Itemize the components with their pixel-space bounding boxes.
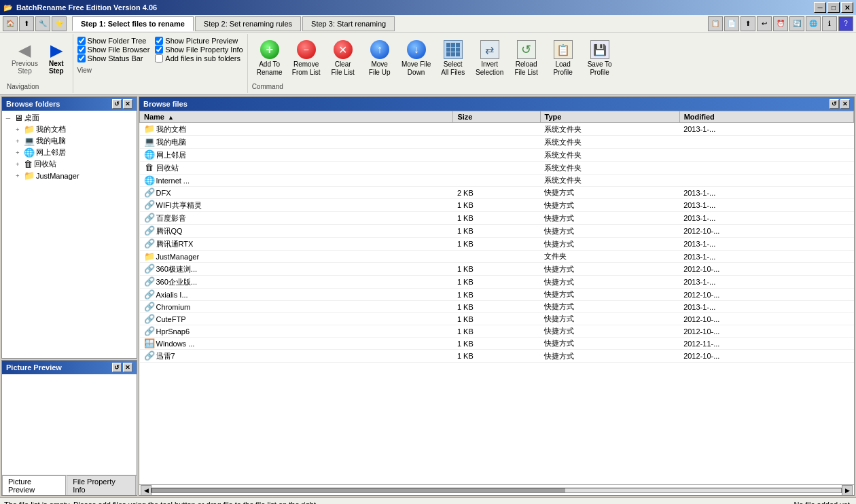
view-col-1: Show Folder Tree Show File Browser Show …	[77, 37, 150, 62]
toolbar-icon-3[interactable]: 🔧	[35, 16, 50, 31]
tree-item-mycomputer[interactable]: + 💻 我的电脑	[13, 135, 135, 147]
minimize-button[interactable]: ─	[814, 2, 826, 13]
browse-files-title: Browse files	[143, 100, 188, 108]
table-row[interactable]: 🌐网上邻居 系统文件夹	[140, 149, 854, 162]
browse-files-refresh[interactable]: ↺	[830, 99, 839, 109]
close-button[interactable]: ✕	[841, 2, 853, 13]
load-profile-button[interactable]: 📋 LoadProfile	[546, 37, 581, 79]
status-left: The file list is empty. Please add files…	[4, 501, 318, 505]
move-file-down-button[interactable]: ↓ Move FileDown	[399, 37, 434, 79]
show-picture-preview-checkbox[interactable]: Show Picture Preview	[155, 37, 238, 45]
table-row[interactable]: 🔗360极速浏... 1 KB 快捷方式 2012-10-...	[140, 263, 854, 276]
select-all-icon	[444, 40, 463, 59]
browse-files-close[interactable]: ✕	[840, 99, 850, 109]
invert-icon: ⇄	[480, 40, 499, 59]
scroll-right-btn[interactable]: ▶	[842, 485, 853, 496]
tree-item-justmanager[interactable]: + 📁 JustManager	[13, 170, 135, 181]
table-row[interactable]: 🔗Axialis I... 1 KB 快捷方式 2012-10-...	[140, 289, 854, 301]
table-row[interactable]: 🌐Internet ... 系统文件夹	[140, 175, 854, 187]
scroll-left-btn[interactable]: ◀	[141, 485, 151, 496]
right-icon-8[interactable]: ℹ	[822, 16, 837, 31]
save-to-profile-button[interactable]: 💾 Save ToProfile	[582, 37, 618, 79]
right-icon-5[interactable]: ⏰	[773, 16, 788, 31]
add-icon: +	[260, 40, 279, 59]
toolbar-icon-4[interactable]: ⭐	[52, 16, 67, 31]
file-property-tab[interactable]: File Property Info	[67, 475, 136, 495]
col-modified[interactable]: Modified	[679, 111, 853, 123]
picture-preview-panel: Picture Preview ↺ ✕ Picture Preview File…	[1, 360, 137, 496]
table-row[interactable]: 🔗HprSnap6 1 KB 快捷方式 2012-10-...	[140, 325, 854, 338]
tree-indent-desktop: + 📁 我的文档 + 💻 我的电脑 + 🌐 网上邻居	[3, 124, 135, 181]
right-icon-3[interactable]: ⬆	[741, 16, 755, 31]
select-all-files-button[interactable]: SelectAll Files	[435, 37, 471, 79]
status-right: No file added yet.	[793, 501, 852, 505]
table-row[interactable]: 🔗迅雷7 1 KB 快捷方式 2012-10-...	[140, 350, 854, 363]
show-file-browser-checkbox[interactable]: Show File Browser	[77, 46, 150, 54]
file-list-panel: Browse files ↺ ✕ Name ▲ Size Type Modifi…	[139, 96, 855, 496]
horizontal-scrollbar[interactable]: ◀ ▶	[139, 484, 854, 495]
step2-tab[interactable]: Step 2: Set renaming rules	[195, 16, 301, 31]
clear-file-list-button[interactable]: ✕ ClearFile List	[325, 37, 361, 79]
tree-item-recycle[interactable]: + 🗑 回收站	[13, 158, 135, 170]
picture-preview-title: Picture Preview	[6, 363, 62, 372]
invert-selection-button[interactable]: ⇄ InvertSelection	[472, 37, 507, 79]
app-icon: 📂	[3, 2, 14, 13]
toolbar-icon-1[interactable]: 🏠	[3, 16, 18, 31]
picture-preview-tab[interactable]: Picture Preview	[2, 475, 66, 496]
remove-icon: −	[297, 40, 316, 59]
step3-tab[interactable]: Step 3: Start renaming	[302, 16, 395, 31]
step1-tab[interactable]: Step 1: Select files to rename	[72, 16, 194, 31]
command-section: + Add ToRename − RemoveFrom List ✕ Cl	[248, 34, 622, 93]
col-name[interactable]: Name ▲	[140, 111, 453, 123]
maximize-button[interactable]: □	[827, 2, 840, 13]
scroll-thumb[interactable]	[152, 488, 565, 492]
command-label: Command	[252, 83, 283, 90]
table-row[interactable]: 🔗腾讯QQ 1 KB 快捷方式 2012-10-...	[140, 225, 854, 238]
next-step-button[interactable]: ▶ NextStep	[44, 37, 69, 78]
add-to-rename-button[interactable]: + Add ToRename	[252, 37, 287, 79]
tree-item-mydocs[interactable]: + 📁 我的文档	[13, 124, 135, 135]
tree-item-network[interactable]: + 🌐 网上邻居	[13, 147, 135, 158]
previous-step-button[interactable]: ◀ PreviousStep	[7, 37, 43, 78]
table-row[interactable]: 📁我的文档 系统文件夹 2013-1-...	[140, 123, 854, 136]
move-file-up-button[interactable]: ↑ MoveFile Up	[362, 37, 397, 79]
save-profile-icon: 💾	[590, 40, 609, 59]
right-icon-7[interactable]: 🌐	[806, 16, 821, 31]
reload-file-list-button[interactable]: ↺ ReloadFile List	[509, 37, 544, 79]
table-row[interactable]: 🔗CuteFTP 1 KB 快捷方式 2012-10-...	[140, 313, 854, 325]
table-row[interactable]: 🔗360企业版... 1 KB 快捷方式 2013-1-...	[140, 276, 854, 289]
table-row[interactable]: 🗑回收站 系统文件夹	[140, 162, 854, 175]
table-row[interactable]: 🔗百度影音 1 KB 快捷方式 2013-1-...	[140, 212, 854, 225]
table-row[interactable]: 📁JustManager 文件夹 2013-1-...	[140, 251, 854, 263]
show-folder-tree-checkbox[interactable]: Show Folder Tree	[77, 37, 147, 45]
picture-preview-refresh[interactable]: ↺	[112, 363, 122, 372]
picture-preview-close[interactable]: ✕	[123, 363, 132, 372]
browse-folders-refresh[interactable]: ↺	[112, 99, 122, 109]
right-icon-2[interactable]: 📄	[724, 16, 739, 31]
browse-folders-close[interactable]: ✕	[123, 99, 132, 109]
add-files-sub-checkbox[interactable]: Add files in sub folders	[155, 54, 240, 62]
tree-item-desktop[interactable]: ─ 🖥 桌面	[3, 112, 135, 124]
right-icon-4[interactable]: ↩	[757, 16, 772, 31]
col-type[interactable]: Type	[540, 111, 679, 123]
file-table: Name ▲ Size Type Modified 📁我的文档 系统文件夹 20…	[139, 111, 854, 363]
picture-preview-content	[2, 374, 137, 475]
view-label: View	[77, 67, 92, 74]
right-icon-9[interactable]: ?	[838, 16, 853, 31]
table-row[interactable]: 🔗Chromium 1 KB 快捷方式 2013-1-...	[140, 301, 854, 313]
table-row[interactable]: 🔗DFX 2 KB 快捷方式 2013-1-...	[140, 187, 854, 199]
picture-preview-header: Picture Preview ↺ ✕	[2, 361, 137, 374]
table-row[interactable]: 💻我的电脑 系统文件夹	[140, 136, 854, 149]
col-size[interactable]: Size	[453, 111, 540, 123]
table-row[interactable]: 🔗WIFI共享精灵 1 KB 快捷方式 2013-1-...	[140, 199, 854, 212]
show-file-property-checkbox[interactable]: Show File Property Info	[155, 46, 243, 54]
table-row[interactable]: 🪟Windows ... 1 KB 快捷方式 2012-11-...	[140, 338, 854, 350]
right-icon-1[interactable]: 📋	[708, 16, 723, 31]
show-status-bar-checkbox[interactable]: Show Status Bar	[77, 54, 143, 62]
file-table-area[interactable]: Name ▲ Size Type Modified 📁我的文档 系统文件夹 20…	[139, 111, 854, 484]
right-icon-6[interactable]: 🔄	[789, 16, 804, 31]
scroll-track[interactable]	[151, 488, 842, 493]
remove-from-list-button[interactable]: − RemoveFrom List	[289, 37, 324, 79]
table-row[interactable]: 🔗腾讯通RTX 1 KB 快捷方式 2013-1-...	[140, 238, 854, 251]
toolbar-icon-2[interactable]: ⬆	[19, 16, 34, 31]
